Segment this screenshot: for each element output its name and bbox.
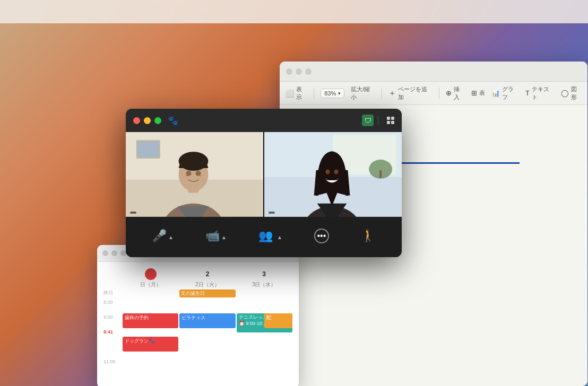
participants-control[interactable]: 👥 ▲: [258, 230, 282, 244]
toolbar-sep-1: [314, 87, 314, 99]
cal-day-num-3: 3: [258, 268, 270, 280]
svg-point-19: [334, 170, 338, 174]
microphone-icon: 🎤: [152, 230, 167, 242]
cal-day-col-1: 日（月）: [123, 268, 179, 288]
cal-allday-col-2: 文の誕生日: [179, 290, 235, 297]
participant-name-left: [130, 212, 136, 214]
participants-icon: 👥: [258, 230, 273, 242]
leave-icon: 🚶: [361, 229, 375, 243]
cal-time-900: 9:00: [103, 313, 123, 328]
cal-day-label-1: 日（月）: [123, 281, 179, 288]
cal-day-col-2: 2 2日（火）: [179, 268, 236, 288]
cal-day-col-3: 3 3日（水）: [236, 268, 292, 288]
zoom-minimize-btn[interactable]: [144, 117, 151, 124]
zoom-title-right: 🛡: [362, 115, 394, 126]
video-tile-right: [264, 132, 402, 217]
cal-event-dog[interactable]: ドッグラン🐾: [123, 337, 178, 352]
audio-chevron: ▲: [168, 234, 174, 240]
cal-close-btn[interactable]: [102, 250, 108, 256]
cal-days-header: 日（月） 2 2日（火） 3 3日（水）: [97, 268, 299, 288]
cal-time-1100: 11:00: [103, 358, 123, 373]
zoom-title-area: 🐾: [168, 116, 183, 126]
cal-col-mon: 歯科の予約 ドッグラン🐾: [123, 299, 178, 373]
cal-allday-col-3: [237, 290, 292, 297]
toolbar-sep-2: [382, 87, 382, 99]
zoom-close-btn[interactable]: [133, 117, 140, 124]
video-chevron: ▲: [221, 234, 227, 240]
cal-allday-label: 終日: [103, 290, 123, 297]
cal-event-dental[interactable]: 歯科の予約: [123, 313, 178, 328]
zoom-shield-btn[interactable]: 🛡: [362, 115, 374, 126]
pages-close-btn[interactable]: [286, 68, 292, 75]
cal-time-col-spacer: [103, 268, 123, 288]
svg-point-9: [195, 171, 201, 176]
audio-control[interactable]: 🎤 ▲: [152, 230, 174, 244]
toolbar-table-btn[interactable]: ⊞ 表: [471, 89, 485, 97]
zoom-maximize-btn[interactable]: [154, 117, 161, 124]
toolbar-insert-btn[interactable]: ⊕ 挿入: [446, 85, 465, 101]
cal-time-800: 8:00: [103, 299, 123, 313]
pages-titlebar: [280, 62, 587, 82]
person-left-video: [126, 132, 263, 217]
person-right-video: [264, 132, 402, 217]
cal-col-wed: テニスレッスン⏰ 9:00-10:... 配: [237, 299, 292, 373]
toolbar-graph-btn[interactable]: 📊 グラフ: [491, 85, 519, 101]
video-icon: 📹: [205, 230, 220, 242]
zoom-traffic-lights: [133, 117, 161, 124]
details-control[interactable]: •••: [314, 229, 329, 245]
toolbar-add-page-btn[interactable]: ＋ ページを追加: [388, 85, 432, 101]
menubar: [0, 0, 588, 23]
svg-rect-3: [137, 141, 159, 157]
cal-col-tue: ピラティス: [179, 299, 235, 373]
cal-day-num-1: [145, 268, 157, 280]
video-tile-left: [126, 132, 263, 217]
svg-rect-14: [379, 170, 382, 178]
toolbar-sep-3: [439, 87, 439, 99]
cal-day-label-3: 3日（水）: [236, 281, 292, 288]
cal-time-941: 9:41: [103, 328, 123, 343]
cal-minimize-btn[interactable]: [111, 250, 117, 256]
calendar-window: 日（月） 2 2日（火） 3 3日（水） 終日 文の誕生日 8:00 9:00 …: [97, 245, 299, 386]
toolbar-sidebar-btn[interactable]: ⬜ 表示: [285, 85, 307, 101]
cal-event-delivery[interactable]: 配: [264, 313, 292, 328]
leave-control[interactable]: 🚶: [361, 229, 375, 245]
zoom-meeting-window: 🐾 🛡: [126, 109, 402, 257]
video-control[interactable]: 📹 ▲: [205, 230, 227, 244]
cal-allday-col-1: [123, 290, 178, 297]
zoom-video-area: [126, 132, 402, 217]
toolbar-zoom-control[interactable]: 83% ▾: [321, 89, 344, 98]
cal-birthday-event[interactable]: 文の誕生日: [179, 290, 235, 297]
cal-day-label-2: 2日（火）: [179, 281, 236, 288]
pages-traffic-lights: [286, 68, 312, 75]
pages-maximize-btn[interactable]: [305, 68, 312, 75]
svg-point-18: [326, 170, 330, 174]
cal-day-num-2: 2: [202, 268, 213, 280]
cal-event-columns: 歯科の予約 ドッグラン🐾 ピラティス テニスレッスン⏰ 9:00-10:... …: [123, 299, 292, 373]
cal-event-pilates[interactable]: ピラティス: [179, 313, 235, 328]
pages-toolbar: ⬜ 表示 83% ▾ 拡大/縮小 ＋ ページを追加 ⊕ 挿入 ⊞ 表 📊 グラフ…: [280, 82, 587, 105]
zoom-controls-bar: 🎤 ▲ 📹 ▲ 👥 ▲ •••: [126, 217, 402, 257]
cal-time-grid: 8:00 9:00 9:41 11:00 歯科の予約 ドッグラン🐾 ピラティス …: [97, 299, 299, 373]
toolbar-text-btn[interactable]: T テキスト: [525, 85, 555, 101]
cal-month-header: [97, 262, 299, 268]
toolbar-zoom-label: 拡大/縮小: [351, 85, 375, 101]
cal-all-day-cols: 文の誕生日: [123, 290, 292, 297]
cal-all-day-row: 終日 文の誕生日: [97, 290, 299, 299]
pages-minimize-btn[interactable]: [296, 68, 302, 75]
cal-times-column: 8:00 9:00 9:41 11:00: [103, 299, 123, 373]
toolbar-shape-btn[interactable]: ◯ 図形: [561, 85, 582, 101]
zoom-paw-icon: 🐾: [168, 116, 178, 126]
details-icon: •••: [314, 229, 329, 243]
participant-name-right: [269, 212, 275, 214]
participants-chevron: ▲: [277, 234, 282, 240]
svg-point-8: [186, 171, 192, 176]
zoom-grid-view-icon[interactable]: [387, 117, 394, 124]
zoom-titlebar: 🐾 🛡: [126, 109, 402, 132]
zoom-toolbar-divider: [378, 116, 378, 125]
